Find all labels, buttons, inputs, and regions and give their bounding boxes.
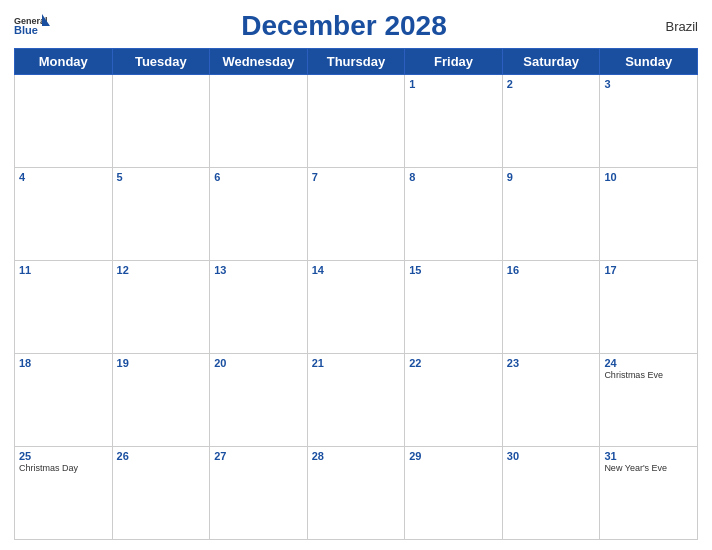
day-number: 17: [604, 264, 693, 276]
calendar-cell: 4: [15, 168, 113, 261]
calendar-cell: 15: [405, 261, 503, 354]
calendar-cell: 22: [405, 354, 503, 447]
day-number: 10: [604, 171, 693, 183]
day-number: 5: [117, 171, 206, 183]
week-row-5: 25Christmas Day262728293031New Year's Ev…: [15, 447, 698, 540]
calendar-cell: 16: [502, 261, 600, 354]
calendar-cell: 26: [112, 447, 210, 540]
day-number: 12: [117, 264, 206, 276]
calendar-cell: 6: [210, 168, 308, 261]
day-number: 24: [604, 357, 693, 369]
weekday-header-sunday: Sunday: [600, 49, 698, 75]
day-number: 7: [312, 171, 401, 183]
calendar-cell: 2: [502, 75, 600, 168]
day-number: 15: [409, 264, 498, 276]
day-number: 18: [19, 357, 108, 369]
svg-text:Blue: Blue: [14, 24, 38, 36]
calendar-cell: 30: [502, 447, 600, 540]
day-number: 9: [507, 171, 596, 183]
day-number: 1: [409, 78, 498, 90]
day-number: 21: [312, 357, 401, 369]
day-number: 27: [214, 450, 303, 462]
day-number: 3: [604, 78, 693, 90]
week-row-2: 45678910: [15, 168, 698, 261]
calendar-cell: 24Christmas Eve: [600, 354, 698, 447]
day-number: 29: [409, 450, 498, 462]
calendar-cell: 14: [307, 261, 405, 354]
calendar-cell: 13: [210, 261, 308, 354]
week-row-1: 123: [15, 75, 698, 168]
week-row-4: 18192021222324Christmas Eve: [15, 354, 698, 447]
logo: General Blue: [14, 12, 50, 40]
calendar-cell: 28: [307, 447, 405, 540]
day-number: 28: [312, 450, 401, 462]
day-number: 11: [19, 264, 108, 276]
calendar-cell: 12: [112, 261, 210, 354]
calendar-cell: 8: [405, 168, 503, 261]
day-number: 31: [604, 450, 693, 462]
day-number: 4: [19, 171, 108, 183]
calendar-cell: 11: [15, 261, 113, 354]
logo-icon: General Blue: [14, 12, 50, 40]
weekday-header-tuesday: Tuesday: [112, 49, 210, 75]
calendar-cell: [307, 75, 405, 168]
calendar-cell: 19: [112, 354, 210, 447]
calendar-table: MondayTuesdayWednesdayThursdayFridaySatu…: [14, 48, 698, 540]
weekday-header-row: MondayTuesdayWednesdayThursdayFridaySatu…: [15, 49, 698, 75]
weekday-header-saturday: Saturday: [502, 49, 600, 75]
calendar-cell: 18: [15, 354, 113, 447]
calendar-cell: [112, 75, 210, 168]
day-number: 2: [507, 78, 596, 90]
day-number: 26: [117, 450, 206, 462]
calendar-cell: 10: [600, 168, 698, 261]
weekday-header-monday: Monday: [15, 49, 113, 75]
day-number: 20: [214, 357, 303, 369]
calendar-cell: 5: [112, 168, 210, 261]
calendar-cell: 20: [210, 354, 308, 447]
calendar-cell: 7: [307, 168, 405, 261]
event-label: New Year's Eve: [604, 463, 693, 474]
calendar-title: December 2028: [50, 10, 638, 42]
day-number: 6: [214, 171, 303, 183]
weekday-header-thursday: Thursday: [307, 49, 405, 75]
calendar-cell: 25Christmas Day: [15, 447, 113, 540]
week-row-3: 11121314151617: [15, 261, 698, 354]
day-number: 30: [507, 450, 596, 462]
day-number: 22: [409, 357, 498, 369]
day-number: 13: [214, 264, 303, 276]
calendar-cell: 31New Year's Eve: [600, 447, 698, 540]
calendar-cell: 17: [600, 261, 698, 354]
calendar-cell: [210, 75, 308, 168]
calendar-cell: 27: [210, 447, 308, 540]
calendar-cell: [15, 75, 113, 168]
day-number: 19: [117, 357, 206, 369]
event-label: Christmas Eve: [604, 370, 693, 381]
country-label: Brazil: [638, 19, 698, 34]
day-number: 8: [409, 171, 498, 183]
calendar-cell: 29: [405, 447, 503, 540]
calendar-header: General Blue December 2028 Brazil: [14, 10, 698, 42]
day-number: 23: [507, 357, 596, 369]
calendar-cell: 1: [405, 75, 503, 168]
day-number: 14: [312, 264, 401, 276]
calendar-cell: 3: [600, 75, 698, 168]
calendar-cell: 21: [307, 354, 405, 447]
day-number: 25: [19, 450, 108, 462]
day-number: 16: [507, 264, 596, 276]
weekday-header-friday: Friday: [405, 49, 503, 75]
calendar-cell: 23: [502, 354, 600, 447]
calendar-cell: 9: [502, 168, 600, 261]
event-label: Christmas Day: [19, 463, 108, 474]
weekday-header-wednesday: Wednesday: [210, 49, 308, 75]
